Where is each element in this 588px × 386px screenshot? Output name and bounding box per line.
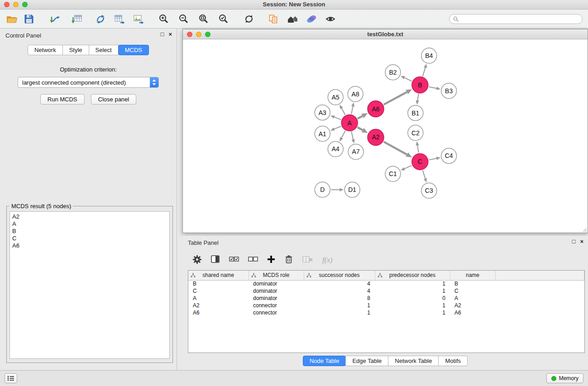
column-header-shared-name[interactable]: shared name	[188, 271, 249, 280]
tab-network-table[interactable]: Network Table	[388, 356, 439, 366]
graph-edge-C-C3[interactable]	[423, 170, 425, 178]
table-cell[interactable]: dominator	[249, 280, 304, 287]
table-row[interactable]: A6connector11A6	[188, 309, 584, 316]
network-zoom-button[interactable]	[205, 32, 210, 37]
table-cell[interactable]: 4	[304, 280, 375, 287]
tab-node-table[interactable]: Node Table	[303, 356, 346, 366]
table-cell[interactable]: 8	[304, 295, 375, 302]
mcds-result-item[interactable]: A6	[12, 242, 167, 249]
close-panel-button[interactable]: Close panel	[91, 94, 137, 105]
table-cell[interactable]: B	[188, 280, 249, 287]
table-cell[interactable]: connector	[249, 309, 304, 316]
table-cell[interactable]: A2	[450, 302, 495, 309]
tab-network[interactable]: Network	[28, 45, 63, 55]
table-row[interactable]: Cdominator41C	[188, 287, 584, 295]
zoom-window-button[interactable]	[22, 2, 28, 7]
mcds-result-item[interactable]: A2	[12, 213, 167, 220]
graph-edge-A-A2[interactable]	[358, 127, 363, 130]
column-header-successor-nodes[interactable]: successor nodes	[304, 271, 375, 280]
refresh-button[interactable]	[242, 12, 256, 26]
zoom-selected-button[interactable]	[216, 12, 231, 26]
resize-grip-icon[interactable]	[582, 227, 587, 232]
analyzer-button[interactable]	[304, 12, 319, 26]
zoom-fit-button[interactable]	[196, 12, 211, 26]
clone-network-button[interactable]	[93, 12, 108, 26]
table-cell[interactable]: 1	[375, 309, 450, 316]
graph-edge-A-A4[interactable]	[341, 131, 345, 138]
minimize-window-button[interactable]	[13, 2, 19, 7]
search-input[interactable]	[461, 16, 578, 22]
save-session-button[interactable]	[22, 12, 36, 26]
table-cell[interactable]: 1	[375, 287, 450, 295]
close-table-panel-icon[interactable]: ×	[580, 238, 583, 245]
tab-motifs[interactable]: Motifs	[438, 356, 468, 366]
zoom-out-button[interactable]	[177, 12, 191, 26]
tab-edge-table[interactable]: Edge Table	[345, 356, 388, 366]
table-cell[interactable]: 4	[304, 287, 375, 295]
add-column-button[interactable]	[267, 255, 275, 265]
graph-edge-B-B1[interactable]	[417, 94, 418, 100]
import-table-button[interactable]	[70, 12, 84, 26]
float-table-panel-icon[interactable]: □	[572, 238, 576, 245]
table-cell[interactable]: 1	[304, 309, 375, 316]
network-minimize-button[interactable]	[196, 32, 201, 37]
network-canvas[interactable]: AA1A2A3A4A5A6A7A8BB1B2B3B4CC1C2C3C4DD1	[183, 40, 588, 233]
criterion-select[interactable]: largest connected component (directed)	[18, 77, 159, 88]
open-session-button[interactable]	[5, 12, 19, 26]
mcds-result-list[interactable]: A2ABCA6	[10, 211, 170, 359]
home-button[interactable]	[285, 12, 300, 26]
show-hide-button[interactable]	[323, 12, 338, 26]
graph-edge-B-B3[interactable]	[429, 87, 436, 88]
select-all-button[interactable]	[229, 256, 239, 265]
column-header-predecessor-nodes[interactable]: predecessor nodes	[375, 271, 450, 280]
import-network-button[interactable]	[48, 12, 62, 26]
network-graph[interactable]: AA1A2A3A4A5A6A7A8BB1B2B3B4CC1C2C3C4DD1	[183, 40, 588, 233]
delete-column-button[interactable]	[284, 255, 293, 266]
export-image-button[interactable]	[131, 12, 146, 26]
table-cell[interactable]: A	[188, 295, 249, 302]
documents-button[interactable]	[266, 12, 281, 26]
deselect-all-button[interactable]	[248, 256, 258, 265]
task-history-button[interactable]	[5, 373, 17, 383]
graph-edge-C-C4[interactable]	[429, 158, 436, 160]
graph-edge-A-A8[interactable]	[351, 106, 353, 114]
graph-edge-C-C1[interactable]	[404, 166, 411, 169]
column-header-mcds-role[interactable]: MCDS role	[249, 271, 304, 280]
graph-edge-B-B2[interactable]	[404, 78, 411, 81]
table-cell[interactable]: C	[188, 287, 249, 295]
close-window-button[interactable]	[4, 2, 10, 7]
function-builder-button[interactable]: f(x)	[322, 256, 332, 264]
table-cell[interactable]: 0	[375, 295, 450, 302]
graph-edge-A-A1[interactable]	[334, 126, 341, 129]
table-cell[interactable]: dominator	[249, 287, 304, 295]
graph-edge-A6-B[interactable]	[384, 92, 407, 105]
delete-table-button[interactable]	[302, 256, 313, 265]
table-cell[interactable]: 1	[375, 302, 450, 309]
tab-select[interactable]: Select	[89, 45, 119, 55]
table-cell[interactable]: A2	[188, 302, 249, 309]
table-row[interactable]: A2connector11A2	[188, 302, 584, 309]
graph-edge-A-A3[interactable]	[334, 117, 341, 120]
network-close-button[interactable]	[187, 32, 192, 37]
graph-edge-A2-C[interactable]	[384, 142, 407, 154]
table-cell[interactable]: A6	[188, 309, 249, 316]
close-panel-icon[interactable]: ×	[168, 31, 172, 38]
graph-edge-C-C2[interactable]	[417, 145, 419, 153]
graph-edge-A-A7[interactable]	[351, 132, 353, 139]
table-row[interactable]: Adominator80A	[188, 295, 584, 302]
tab-style[interactable]: Style	[62, 45, 89, 55]
run-mcds-button[interactable]: Run MCDS	[40, 94, 85, 105]
column-header-name[interactable]: name	[450, 271, 495, 280]
table-cell[interactable]: C	[450, 287, 495, 295]
graph-edge-B-B4[interactable]	[423, 68, 425, 76]
mcds-result-item[interactable]: C	[12, 235, 167, 242]
table-cell[interactable]: connector	[249, 302, 304, 309]
export-table-button[interactable]	[112, 12, 127, 26]
graph-edge-A-A6[interactable]	[358, 116, 363, 119]
search-box[interactable]	[449, 14, 583, 24]
memory-button[interactable]: Memory	[546, 373, 583, 383]
tab-mcds[interactable]: MCDS	[118, 45, 149, 55]
mcds-result-item[interactable]: A	[12, 220, 167, 228]
network-window-titlebar[interactable]: testGlobe.txt	[183, 29, 588, 39]
show-columns-button[interactable]	[211, 255, 220, 265]
